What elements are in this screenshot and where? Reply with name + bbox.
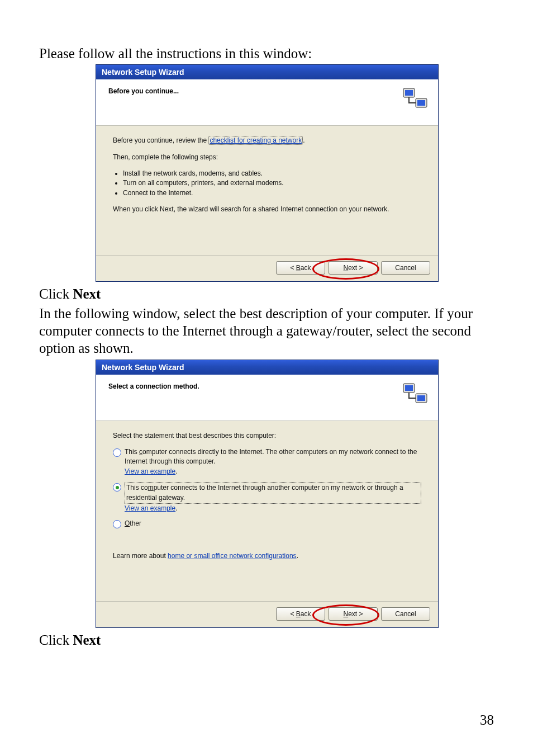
learn-more-line: Learn more about home or small office ne…: [113, 551, 421, 561]
wizard2-header-title: Select a connection method.: [108, 381, 199, 390]
wizard1-review-prefix: Before you continue, review the: [113, 136, 208, 144]
option-1-text-block: This computer connects directly to the I…: [125, 447, 421, 476]
click-next-1-bold: Next: [73, 286, 101, 301]
wizard1-step-2: Turn on all computers, printers, and ext…: [123, 178, 421, 188]
wizard1-titlebar: Network Setup Wizard: [96, 65, 438, 79]
wizard2-header-strip: Select a connection method.: [96, 375, 438, 421]
option-1-label: This computer connects directly to the I…: [125, 448, 417, 465]
learn-more-prefix: Learn more about: [113, 552, 168, 560]
option-3-row[interactable]: Other: [113, 519, 421, 528]
wizard1-review-line: Before you continue, review the checklis…: [113, 136, 421, 145]
click-next-1-prefix: Click: [39, 286, 73, 301]
option-2-radio[interactable]: [113, 483, 121, 492]
next-button[interactable]: Next >: [329, 261, 378, 275]
next-button[interactable]: Next >: [329, 607, 378, 621]
back-button[interactable]: < Back: [276, 261, 325, 275]
document-page: Please follow all the instructions in th…: [0, 0, 533, 756]
wizard1-button-panel: < Back Next > Cancel: [96, 255, 438, 281]
wizard2-titlebar: Network Setup Wizard: [96, 360, 438, 375]
click-next-2: Click Next: [39, 631, 494, 649]
wizard1-content: Before you continue, review the checklis…: [96, 126, 438, 254]
wizard1-wrap: Network Setup Wizard Before you continue…: [96, 64, 437, 281]
page-number: 38: [480, 712, 494, 728]
wizard1-window: Network Setup Wizard Before you continue…: [96, 64, 439, 281]
option-2-text-block: This computer connects to the Internet t…: [125, 482, 421, 513]
wizard2-content: Select the statement that best describes…: [96, 421, 438, 602]
option-3-radio[interactable]: [113, 520, 121, 528]
network-computers-icon: [402, 381, 428, 407]
intro-text: Please follow all the instructions in th…: [39, 45, 494, 62]
wizard1-review-suffix: .: [303, 136, 304, 144]
cancel-button[interactable]: Cancel: [381, 607, 430, 621]
wizard2-wrap: Network Setup Wizard Select a connection…: [96, 360, 437, 629]
wizard1-header-title: Before you continue...: [108, 86, 179, 95]
option-2-row[interactable]: This computer connects to the Internet t…: [113, 482, 421, 513]
click-next-2-prefix: Click: [39, 632, 73, 648]
svg-rect-5: [405, 385, 413, 391]
option-2-label: This computer connects to the Internet t…: [125, 482, 421, 504]
svg-rect-1: [405, 90, 413, 96]
svg-rect-3: [417, 100, 425, 106]
wizard1-step-1: Install the network cards, modems, and c…: [123, 169, 421, 178]
network-computers-icon: [402, 86, 428, 112]
wizard2-select-line: Select the statement that best describes…: [113, 431, 421, 441]
mid-paragraph: In the following window, select the best…: [39, 305, 494, 357]
learn-more-suffix: .: [297, 552, 298, 560]
checklist-link[interactable]: checklist for creating a network: [208, 136, 303, 145]
wizard1-step-3: Connect to the Internet.: [123, 188, 421, 198]
wizard1-header-strip: Before you continue...: [96, 79, 438, 126]
click-next-1: Click Next: [39, 285, 494, 303]
back-button[interactable]: < Back: [276, 607, 325, 621]
option-3-label: Other: [125, 519, 141, 528]
option-1-row[interactable]: This computer connects directly to the I…: [113, 447, 421, 476]
wizard1-search-line: When you click Next, the wizard will sea…: [113, 205, 421, 214]
option-1-example-link[interactable]: View an example: [125, 467, 175, 475]
svg-rect-7: [417, 395, 425, 401]
click-next-2-bold: Next: [73, 632, 101, 648]
learn-more-link[interactable]: home or small office network configurati…: [168, 552, 297, 560]
wizard2-window: Network Setup Wizard Select a connection…: [96, 360, 439, 629]
wizard1-then-line: Then, complete the following steps:: [113, 153, 421, 162]
wizard2-button-panel: < Back Next > Cancel: [96, 601, 438, 627]
cancel-button[interactable]: Cancel: [381, 261, 430, 275]
option-1-radio[interactable]: [113, 448, 121, 457]
option-2-example-link[interactable]: View an example: [125, 504, 175, 512]
wizard1-steps-list: Install the network cards, modems, and c…: [113, 169, 421, 198]
